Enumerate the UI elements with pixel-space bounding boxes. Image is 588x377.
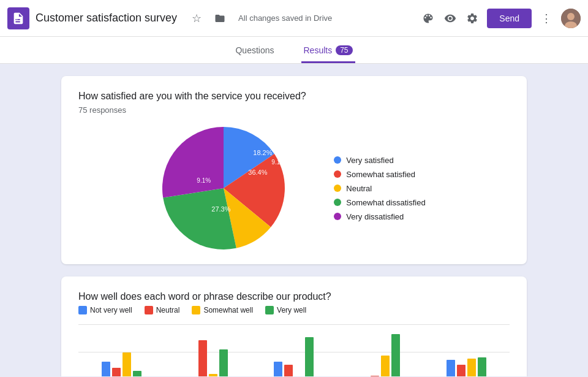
avatar[interactable] (561, 9, 581, 28)
question2-card: How well does each word or phrase descri… (61, 276, 527, 376)
more-options-button[interactable]: ⋮ (537, 9, 556, 28)
header: Customer satisfaction survey ☆ All chang… (0, 0, 588, 37)
bar-reliable-very-well (219, 349, 228, 376)
bar-affordable-not-very-well (274, 362, 282, 376)
legend-dot-somewhat-dissatisfied (334, 199, 341, 206)
app-icon (7, 7, 29, 29)
main-content: How satisfied are you with the service y… (0, 64, 588, 376)
legend-item-somewhat-dissatisfied: Somewhat dissatisfied (334, 198, 425, 207)
bar-affordable-neutral (284, 365, 293, 376)
question1-subtitle: 75 responses (78, 105, 510, 115)
bar-efficient-not-very-well (447, 360, 455, 376)
legend-item-very-dissatisfied: Very dissatisfied (334, 212, 425, 221)
bar-affordable-very-well (305, 337, 314, 376)
legend-item-very-satisfied: Very satisfied (334, 156, 425, 165)
bar-innovative-somewhat-well (381, 356, 390, 376)
bar-group-innovative: Innovative (360, 334, 400, 376)
legend-dot-very-satisfied (334, 156, 341, 164)
bar-group-bars-efficient (447, 357, 486, 376)
bar-efficient-neutral (457, 365, 466, 376)
bar-chart-container: Flexible Reliable (78, 324, 510, 376)
bar-group-flexible: Flexible (102, 352, 141, 376)
bar-groups: Flexible Reliable (78, 324, 510, 376)
bar-group-efficient: Efficient (447, 357, 486, 376)
bar-group-bars-innovative (360, 334, 400, 376)
bar-group-bars-affordable (274, 337, 314, 376)
bar-flexible-neutral (112, 368, 121, 376)
bar-efficient-somewhat-well (467, 359, 476, 376)
bar-legend-item-neutral: Neutral (145, 306, 180, 314)
folder-button[interactable] (210, 9, 230, 28)
tabs-bar: Questions Results 75 (0, 37, 588, 64)
save-status: All changes saved in Drive (238, 13, 332, 23)
legend-dot-somewhat-satisfied (334, 170, 341, 178)
question2-title: How well does each word or phrase descri… (78, 291, 510, 302)
bar-group-bars-flexible (102, 352, 141, 376)
bar-group-affordable: Affordable (274, 337, 314, 376)
bar-reliable-neutral (198, 340, 207, 376)
bar-reliable-somewhat-well (209, 374, 217, 376)
star-button[interactable]: ☆ (187, 9, 206, 28)
settings-button[interactable] (462, 9, 482, 28)
palette-button[interactable] (418, 9, 438, 28)
bar-innovative-neutral (371, 376, 379, 376)
question1-title: How satisfied are you with the service y… (78, 91, 510, 102)
legend-dot-neutral (334, 185, 341, 192)
pie-chart-area: 36.4% 27.3% 9.1% 18.2% 9.1% Very satisfi… (78, 127, 510, 249)
legend-item-neutral: Neutral (334, 184, 425, 193)
tab-questions[interactable]: Questions (233, 37, 276, 63)
bar-legend-item-not-very-well: Not very well (78, 306, 132, 314)
pie-legend: Very satisfied Somewhat satisfied Neutra… (334, 156, 425, 221)
results-badge: 75 (336, 45, 352, 55)
svg-point-1 (567, 13, 575, 20)
header-right: Send ⋮ (418, 9, 581, 28)
bar-flexible-somewhat-well (123, 352, 131, 376)
bar-flexible-not-very-well (102, 362, 110, 376)
bar-legend: Not very well Neutral Somewhat well Very… (78, 306, 510, 314)
bar-group-reliable: Reliable (188, 340, 228, 376)
question1-card: How satisfied are you with the service y… (61, 76, 527, 264)
bar-innovative-very-well (391, 334, 400, 376)
legend-item-somewhat-satisfied: Somewhat satisfied (334, 170, 425, 179)
pie-chart (162, 127, 285, 249)
bar-flexible-very-well (133, 371, 141, 376)
bar-group-bars-reliable (188, 340, 228, 376)
bar-legend-item-somewhat-well: Somewhat well (192, 306, 253, 314)
bar-legend-color-not-very-well (78, 306, 87, 314)
bar-legend-color-neutral (145, 306, 153, 314)
bar-efficient-very-well (478, 357, 486, 376)
bar-legend-color-somewhat-well (192, 306, 200, 314)
tab-results[interactable]: Results 75 (301, 37, 355, 63)
bar-legend-item-very-well: Very well (265, 306, 306, 314)
bar-legend-color-very-well (265, 306, 274, 314)
preview-button[interactable] (440, 9, 460, 28)
send-button[interactable]: Send (487, 9, 532, 28)
header-action-icons: ☆ (187, 9, 230, 28)
legend-dot-very-dissatisfied (334, 213, 341, 220)
document-title: Customer satisfaction survey (36, 12, 177, 25)
